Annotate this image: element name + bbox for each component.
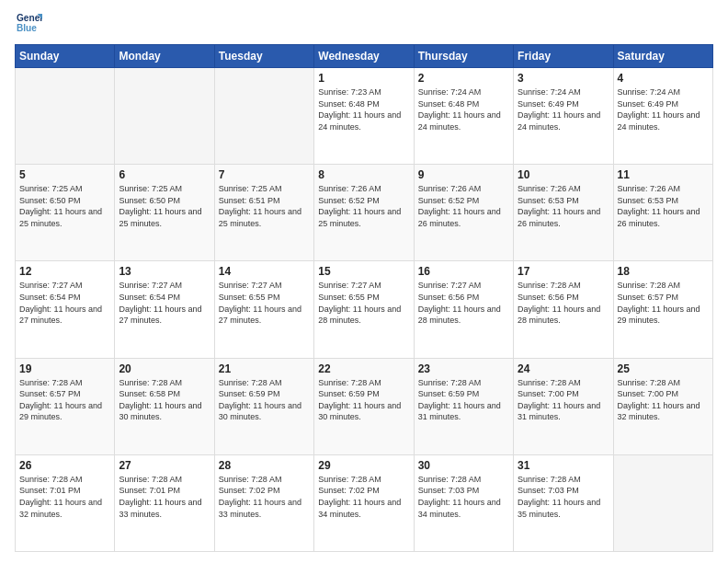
calendar-cell: 31Sunrise: 7:28 AM Sunset: 7:03 PM Dayli… — [514, 454, 613, 551]
day-info: Sunrise: 7:27 AM Sunset: 6:54 PM Dayligh… — [19, 280, 110, 326]
day-info: Sunrise: 7:28 AM Sunset: 6:58 PM Dayligh… — [119, 377, 210, 423]
day-number: 27 — [119, 459, 210, 472]
day-number: 14 — [219, 265, 310, 278]
calendar-cell: 7Sunrise: 7:25 AM Sunset: 6:51 PM Daylig… — [214, 165, 313, 261]
weekday-header-row: SundayMondayTuesdayWednesdayThursdayFrid… — [16, 45, 713, 68]
calendar-cell: 20Sunrise: 7:28 AM Sunset: 6:58 PM Dayli… — [115, 358, 214, 454]
logo-icon: GeneralBlue — [17, 11, 42, 37]
calendar-cell: 11Sunrise: 7:26 AM Sunset: 6:53 PM Dayli… — [613, 165, 712, 261]
calendar-cell: 24Sunrise: 7:28 AM Sunset: 7:00 PM Dayli… — [514, 358, 613, 454]
weekday-header-wednesday: Wednesday — [314, 45, 414, 68]
day-info: Sunrise: 7:27 AM Sunset: 6:54 PM Dayligh… — [119, 280, 210, 326]
day-info: Sunrise: 7:28 AM Sunset: 7:02 PM Dayligh… — [318, 474, 409, 520]
calendar-cell: 14Sunrise: 7:27 AM Sunset: 6:55 PM Dayli… — [214, 261, 313, 358]
page: GeneralBlue SundayMondayTuesdayWednesday… — [0, 0, 728, 563]
day-info: Sunrise: 7:26 AM Sunset: 6:53 PM Dayligh… — [518, 183, 609, 229]
day-number: 15 — [318, 265, 409, 278]
day-info: Sunrise: 7:28 AM Sunset: 7:03 PM Dayligh… — [518, 474, 609, 520]
weekday-header-friday: Friday — [514, 45, 613, 68]
calendar-cell: 3Sunrise: 7:24 AM Sunset: 6:49 PM Daylig… — [514, 68, 613, 165]
weekday-header-sunday: Sunday — [16, 45, 115, 68]
calendar-cell: 15Sunrise: 7:27 AM Sunset: 6:55 PM Dayli… — [314, 261, 414, 358]
day-info: Sunrise: 7:23 AM Sunset: 6:48 PM Dayligh… — [318, 86, 409, 132]
calendar-cell: 26Sunrise: 7:28 AM Sunset: 7:01 PM Dayli… — [16, 454, 115, 551]
day-number: 6 — [119, 168, 210, 181]
calendar-cell — [214, 68, 313, 165]
calendar-cell: 2Sunrise: 7:24 AM Sunset: 6:48 PM Daylig… — [414, 68, 513, 165]
calendar-cell: 19Sunrise: 7:28 AM Sunset: 6:57 PM Dayli… — [16, 358, 115, 454]
day-info: Sunrise: 7:28 AM Sunset: 6:56 PM Dayligh… — [518, 280, 609, 326]
day-number: 13 — [119, 265, 210, 278]
day-info: Sunrise: 7:27 AM Sunset: 6:56 PM Dayligh… — [418, 280, 509, 326]
calendar-cell: 10Sunrise: 7:26 AM Sunset: 6:53 PM Dayli… — [514, 165, 613, 261]
day-number: 9 — [418, 168, 509, 181]
day-info: Sunrise: 7:28 AM Sunset: 6:57 PM Dayligh… — [618, 280, 709, 326]
day-number: 8 — [318, 168, 409, 181]
day-info: Sunrise: 7:28 AM Sunset: 6:59 PM Dayligh… — [219, 377, 310, 423]
day-number: 20 — [119, 362, 210, 375]
logo: GeneralBlue — [15, 11, 42, 37]
week-row-5: 26Sunrise: 7:28 AM Sunset: 7:01 PM Dayli… — [16, 454, 713, 551]
calendar-cell: 13Sunrise: 7:27 AM Sunset: 6:54 PM Dayli… — [115, 261, 214, 358]
day-info: Sunrise: 7:27 AM Sunset: 6:55 PM Dayligh… — [318, 280, 409, 326]
week-row-1: 1Sunrise: 7:23 AM Sunset: 6:48 PM Daylig… — [16, 68, 713, 165]
weekday-header-monday: Monday — [115, 45, 214, 68]
day-info: Sunrise: 7:28 AM Sunset: 7:01 PM Dayligh… — [119, 474, 210, 520]
calendar-cell: 6Sunrise: 7:25 AM Sunset: 6:50 PM Daylig… — [115, 165, 214, 261]
calendar-cell: 17Sunrise: 7:28 AM Sunset: 6:56 PM Dayli… — [514, 261, 613, 358]
day-number: 28 — [219, 459, 310, 472]
day-info: Sunrise: 7:27 AM Sunset: 6:55 PM Dayligh… — [219, 280, 310, 326]
weekday-header-thursday: Thursday — [414, 45, 513, 68]
day-info: Sunrise: 7:28 AM Sunset: 7:03 PM Dayligh… — [418, 474, 509, 520]
calendar-table: SundayMondayTuesdayWednesdayThursdayFrid… — [15, 44, 713, 552]
day-number: 11 — [618, 168, 709, 181]
calendar-cell: 12Sunrise: 7:27 AM Sunset: 6:54 PM Dayli… — [16, 261, 115, 358]
calendar-cell: 27Sunrise: 7:28 AM Sunset: 7:01 PM Dayli… — [115, 454, 214, 551]
day-number: 26 — [19, 459, 110, 472]
day-number: 22 — [318, 362, 409, 375]
day-number: 23 — [418, 362, 509, 375]
day-number: 2 — [418, 72, 509, 85]
day-number: 18 — [618, 265, 709, 278]
day-info: Sunrise: 7:24 AM Sunset: 6:49 PM Dayligh… — [518, 86, 609, 132]
day-number: 7 — [219, 168, 310, 181]
day-number: 10 — [518, 168, 609, 181]
calendar-cell: 23Sunrise: 7:28 AM Sunset: 6:59 PM Dayli… — [414, 358, 513, 454]
calendar-cell: 28Sunrise: 7:28 AM Sunset: 7:02 PM Dayli… — [214, 454, 313, 551]
week-row-2: 5Sunrise: 7:25 AM Sunset: 6:50 PM Daylig… — [16, 165, 713, 261]
day-info: Sunrise: 7:28 AM Sunset: 6:57 PM Dayligh… — [19, 377, 110, 423]
calendar-cell: 22Sunrise: 7:28 AM Sunset: 6:59 PM Dayli… — [314, 358, 414, 454]
day-number: 30 — [418, 459, 509, 472]
day-info: Sunrise: 7:25 AM Sunset: 6:50 PM Dayligh… — [19, 183, 110, 229]
day-info: Sunrise: 7:25 AM Sunset: 6:50 PM Dayligh… — [119, 183, 210, 229]
day-number: 31 — [518, 459, 609, 472]
day-info: Sunrise: 7:28 AM Sunset: 7:01 PM Dayligh… — [19, 474, 110, 520]
calendar-cell: 21Sunrise: 7:28 AM Sunset: 6:59 PM Dayli… — [214, 358, 313, 454]
calendar-cell: 8Sunrise: 7:26 AM Sunset: 6:52 PM Daylig… — [314, 165, 414, 261]
day-info: Sunrise: 7:26 AM Sunset: 6:52 PM Dayligh… — [318, 183, 409, 229]
weekday-header-saturday: Saturday — [613, 45, 712, 68]
day-info: Sunrise: 7:24 AM Sunset: 6:48 PM Dayligh… — [418, 86, 509, 132]
day-info: Sunrise: 7:26 AM Sunset: 6:52 PM Dayligh… — [418, 183, 509, 229]
day-number: 21 — [219, 362, 310, 375]
day-info: Sunrise: 7:28 AM Sunset: 6:59 PM Dayligh… — [318, 377, 409, 423]
calendar-cell: 4Sunrise: 7:24 AM Sunset: 6:49 PM Daylig… — [613, 68, 712, 165]
day-number: 16 — [418, 265, 509, 278]
calendar-cell — [115, 68, 214, 165]
day-number: 19 — [19, 362, 110, 375]
calendar-cell: 5Sunrise: 7:25 AM Sunset: 6:50 PM Daylig… — [16, 165, 115, 261]
day-number: 25 — [618, 362, 709, 375]
day-info: Sunrise: 7:28 AM Sunset: 7:00 PM Dayligh… — [518, 377, 609, 423]
calendar-cell: 30Sunrise: 7:28 AM Sunset: 7:03 PM Dayli… — [414, 454, 513, 551]
day-info: Sunrise: 7:24 AM Sunset: 6:49 PM Dayligh… — [618, 86, 709, 132]
week-row-3: 12Sunrise: 7:27 AM Sunset: 6:54 PM Dayli… — [16, 261, 713, 358]
day-number: 29 — [318, 459, 409, 472]
day-info: Sunrise: 7:26 AM Sunset: 6:53 PM Dayligh… — [618, 183, 709, 229]
day-info: Sunrise: 7:25 AM Sunset: 6:51 PM Dayligh… — [219, 183, 310, 229]
day-info: Sunrise: 7:28 AM Sunset: 7:02 PM Dayligh… — [219, 474, 310, 520]
day-info: Sunrise: 7:28 AM Sunset: 6:59 PM Dayligh… — [418, 377, 509, 423]
day-number: 3 — [518, 72, 609, 85]
day-number: 5 — [19, 168, 110, 181]
svg-text:Blue: Blue — [17, 23, 37, 33]
calendar-cell: 29Sunrise: 7:28 AM Sunset: 7:02 PM Dayli… — [314, 454, 414, 551]
